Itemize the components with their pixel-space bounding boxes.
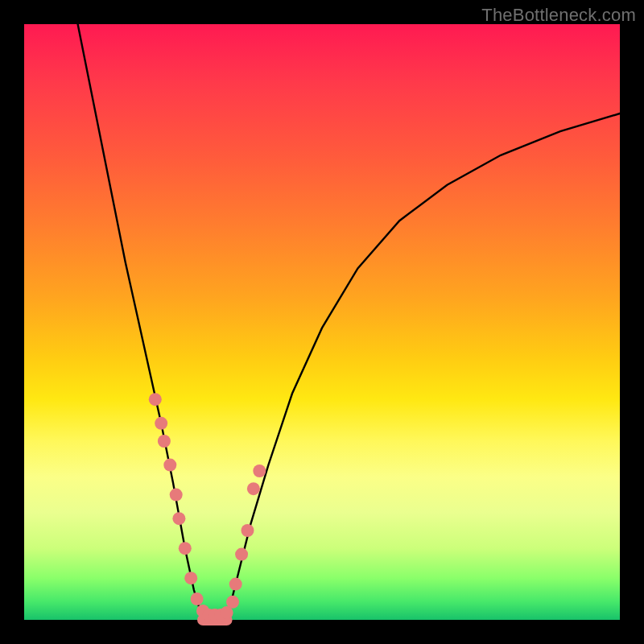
data-point bbox=[172, 512, 185, 525]
data-point bbox=[242, 524, 254, 537]
data-point bbox=[149, 393, 162, 406]
data-point bbox=[229, 578, 242, 591]
data-point bbox=[226, 596, 239, 609]
data-point bbox=[184, 572, 197, 584]
plot-area bbox=[24, 24, 620, 620]
data-point bbox=[163, 459, 176, 472]
data-point bbox=[235, 548, 248, 561]
data-point bbox=[253, 464, 266, 477]
data-point bbox=[247, 482, 260, 495]
right-curve bbox=[227, 114, 620, 620]
data-point bbox=[191, 592, 204, 605]
chart-svg bbox=[24, 24, 620, 620]
left-curve bbox=[78, 24, 203, 620]
watermark-text: TheBottleneck.com bbox=[481, 5, 636, 26]
chart-frame: TheBottleneck.com bbox=[0, 0, 644, 644]
data-point bbox=[155, 417, 167, 430]
scatter-points bbox=[149, 393, 266, 621]
data-point bbox=[179, 542, 192, 555]
data-point bbox=[158, 435, 171, 448]
data-point bbox=[170, 489, 183, 502]
